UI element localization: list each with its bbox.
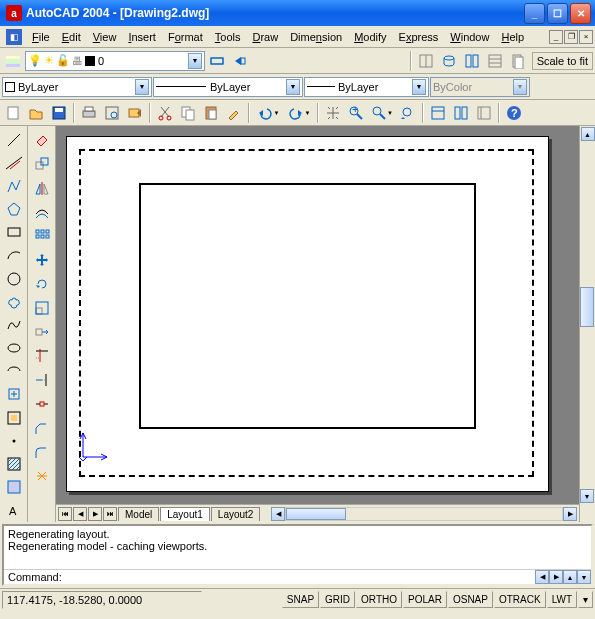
layer-dropdown[interactable]: 💡☀🔓🖶 0 ▼	[25, 51, 205, 71]
rectangle-icon[interactable]	[3, 222, 25, 243]
offset-icon[interactable]	[31, 201, 53, 223]
scroll-right-icon[interactable]: ▶	[563, 507, 577, 521]
zoom-realtime-icon[interactable]: +	[345, 102, 367, 124]
menu-modify[interactable]: Modify	[348, 29, 392, 45]
fillet-icon[interactable]	[31, 441, 53, 463]
cmd-scroll-up-icon[interactable]: ▲	[563, 570, 577, 584]
properties-icon[interactable]	[484, 50, 506, 72]
menu-window[interactable]: Window	[444, 29, 495, 45]
save-icon[interactable]	[48, 102, 70, 124]
trim-icon[interactable]	[31, 345, 53, 367]
color-dropdown[interactable]: ByLayer ▼	[2, 77, 152, 97]
chevron-down-icon[interactable]: ▼	[412, 79, 426, 95]
menu-tools[interactable]: Tools	[209, 29, 247, 45]
mdi-restore-button[interactable]: ❐	[564, 30, 578, 44]
scale-icon[interactable]	[31, 297, 53, 319]
status-tray-icon[interactable]: ▾	[578, 591, 593, 608]
copy-icon[interactable]	[177, 102, 199, 124]
maximize-button[interactable]: ☐	[547, 3, 568, 24]
help-icon[interactable]: ?	[503, 102, 525, 124]
scroll-thumb[interactable]	[286, 508, 346, 520]
insert-block-icon[interactable]	[3, 384, 25, 405]
layer-manager-icon[interactable]	[2, 50, 24, 72]
open-icon[interactable]	[25, 102, 47, 124]
paste-icon[interactable]	[200, 102, 222, 124]
menu-insert[interactable]: Insert	[122, 29, 162, 45]
sheet-set-icon[interactable]	[507, 50, 529, 72]
rotate-icon[interactable]	[31, 273, 53, 295]
close-button[interactable]: ✕	[570, 3, 591, 24]
chevron-down-icon[interactable]: ▼	[135, 79, 149, 95]
menu-view[interactable]: View	[87, 29, 123, 45]
zoom-previous-icon[interactable]	[397, 102, 419, 124]
document-icon[interactable]: ◧	[6, 29, 22, 45]
revision-cloud-icon[interactable]	[3, 291, 25, 312]
menu-edit[interactable]: Edit	[56, 29, 87, 45]
tab-layout2[interactable]: Layout2	[211, 507, 261, 521]
copy-object-icon[interactable]	[31, 153, 53, 175]
polyline-icon[interactable]	[3, 175, 25, 196]
redo-button[interactable]: ▼	[284, 102, 314, 124]
cmd-scroll-left-icon[interactable]: ◀	[535, 570, 549, 584]
osnap-toggle[interactable]: OSNAP	[448, 591, 493, 608]
circle-icon[interactable]	[3, 268, 25, 289]
menu-dimension[interactable]: Dimension	[284, 29, 348, 45]
chevron-down-icon[interactable]: ▼	[286, 79, 300, 95]
scroll-left-icon[interactable]: ◀	[271, 507, 285, 521]
scroll-up-icon[interactable]: ▲	[581, 127, 595, 141]
break-icon[interactable]	[31, 393, 53, 415]
tab-prev-icon[interactable]: ◀	[73, 507, 87, 521]
viewport-rectangle[interactable]	[139, 183, 476, 429]
mirror-icon[interactable]	[31, 177, 53, 199]
coordinates-display[interactable]: 117.4175, -18.5280, 0.0000	[2, 591, 202, 609]
pan-icon[interactable]	[322, 102, 344, 124]
design-center-icon[interactable]	[461, 50, 483, 72]
plot-preview-icon[interactable]	[101, 102, 123, 124]
stretch-icon[interactable]	[31, 321, 53, 343]
ortho-toggle[interactable]: ORTHO	[356, 591, 402, 608]
zoom-window-icon[interactable]: ▼	[368, 102, 396, 124]
cmd-scroll-down-icon[interactable]: ▼	[577, 570, 591, 584]
otrack-toggle[interactable]: OTRACK	[494, 591, 546, 608]
hatch-icon[interactable]	[3, 453, 25, 474]
tab-model[interactable]: Model	[118, 507, 159, 521]
undo-button[interactable]: ▼	[253, 102, 283, 124]
match-properties-icon[interactable]	[223, 102, 245, 124]
design-center-palette-icon[interactable]	[450, 102, 472, 124]
grid-toggle[interactable]: GRID	[320, 591, 355, 608]
make-block-icon[interactable]	[3, 407, 25, 428]
make-layer-current-icon[interactable]	[206, 50, 228, 72]
minimize-button[interactable]: _	[524, 3, 545, 24]
command-input[interactable]	[64, 571, 587, 583]
lwt-toggle[interactable]: LWT	[547, 591, 577, 608]
menu-format[interactable]: Format	[162, 29, 209, 45]
cmd-scroll-right-icon[interactable]: ▶	[549, 570, 563, 584]
polar-toggle[interactable]: POLAR	[403, 591, 447, 608]
chamfer-icon[interactable]	[31, 417, 53, 439]
tab-next-icon[interactable]: ▶	[88, 507, 102, 521]
text-icon[interactable]: A	[3, 500, 25, 521]
mdi-minimize-button[interactable]: _	[549, 30, 563, 44]
plot-icon[interactable]	[78, 102, 100, 124]
vertical-scrollbar[interactable]: ▲ ▼	[579, 126, 595, 522]
ellipse-arc-icon[interactable]	[3, 361, 25, 382]
toolpalette-icon[interactable]	[415, 50, 437, 72]
tab-first-icon[interactable]: ⏮	[58, 507, 72, 521]
region-icon[interactable]	[3, 477, 25, 498]
tool-palettes-icon[interactable]	[473, 102, 495, 124]
move-icon[interactable]	[31, 249, 53, 271]
spline-icon[interactable]	[3, 314, 25, 335]
horizontal-scrollbar[interactable]: ◀ ▶	[271, 507, 577, 521]
drawing-viewport[interactable]: ⏮ ◀ ▶ ⏭ Model Layout1 Layout2 ◀ ▶	[56, 126, 579, 522]
chevron-down-icon[interactable]: ▼	[188, 53, 202, 69]
publish-icon[interactable]	[124, 102, 146, 124]
menu-draw[interactable]: Draw	[246, 29, 284, 45]
menu-help[interactable]: Help	[495, 29, 530, 45]
explode-icon[interactable]	[31, 465, 53, 487]
extend-icon[interactable]	[31, 369, 53, 391]
menu-file[interactable]: File	[26, 29, 56, 45]
snap-toggle[interactable]: SNAP	[282, 591, 319, 608]
properties-palette-icon[interactable]	[427, 102, 449, 124]
cut-icon[interactable]	[154, 102, 176, 124]
arc-icon[interactable]	[3, 245, 25, 266]
